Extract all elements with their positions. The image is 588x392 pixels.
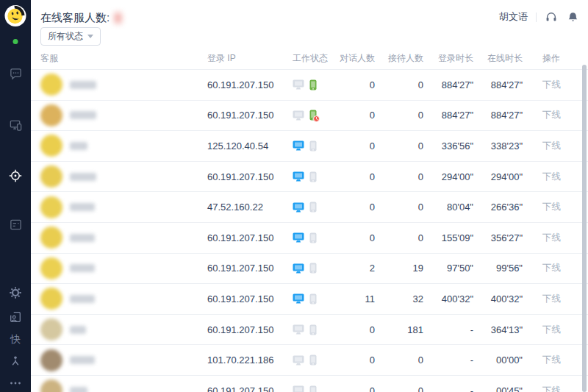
received-count: 0	[378, 79, 426, 90]
col-header-login-duration: 登录时长	[426, 52, 476, 65]
offline-action-link[interactable]: 下线	[542, 171, 561, 182]
agent-name-redacted	[70, 81, 96, 89]
sidebar-item-transfer[interactable]	[8, 354, 23, 368]
mobile-status-icon	[309, 324, 317, 335]
desktop-status-icon	[293, 385, 304, 392]
work-status-cell	[288, 171, 334, 182]
sidebar: 快	[0, 0, 31, 392]
received-count: 0	[378, 140, 426, 152]
login-duration: 336'56"	[426, 140, 476, 152]
topbar: 在线客服人数: 所有状态 胡文语	[31, 0, 588, 47]
table-row: 101.70.221.186	[31, 345, 588, 376]
offline-action-link[interactable]: 下线	[542, 232, 561, 243]
gear-icon	[9, 286, 22, 299]
mobile-status-icon	[309, 293, 317, 304]
avatar	[40, 196, 62, 218]
online-duration: 884'27"	[476, 110, 526, 121]
mobile-status-icon	[309, 354, 317, 366]
sidebar-item-user-frame[interactable]	[8, 310, 23, 324]
dialog-count: 0	[334, 140, 378, 152]
online-count-redacted	[115, 13, 121, 24]
received-count: 0	[378, 232, 426, 243]
received-count: 19	[378, 263, 426, 274]
dialog-count: 0	[334, 202, 378, 213]
sidebar-item-quick-reply[interactable]: 快	[8, 332, 23, 346]
headset-icon	[545, 10, 558, 24]
user-name[interactable]: 胡文语	[499, 10, 528, 24]
col-header-work-status: 工作状态	[288, 52, 334, 65]
offline-action-link[interactable]: 下线	[542, 385, 561, 392]
quick-reply-icon: 快	[10, 334, 21, 344]
agent-name-redacted	[70, 234, 95, 242]
avatar	[40, 165, 62, 188]
offline-action-link[interactable]: 下线	[542, 140, 561, 151]
offline-action-link[interactable]: 下线	[542, 263, 561, 273]
table-row: 47.52.160.22 0	[31, 192, 588, 223]
received-count: 0	[378, 110, 426, 121]
mobile-status-icon	[309, 263, 317, 274]
offline-action-link[interactable]: 下线	[542, 79, 561, 90]
devices-icon	[9, 118, 23, 132]
mobile-status-icon	[309, 79, 317, 90]
app-window: 快 在线客服人数: 所有状态	[0, 0, 588, 392]
app-logo[interactable]	[4, 4, 27, 27]
clock-badge-icon	[313, 115, 320, 122]
dialog-count: 2	[334, 263, 378, 274]
table-row: 125.120.40.54	[31, 131, 588, 162]
offline-action-link[interactable]: 下线	[542, 110, 561, 120]
online-duration: 338'23"	[476, 140, 526, 152]
sidebar-item-more[interactable]	[8, 376, 23, 391]
headset-button[interactable]	[545, 10, 558, 24]
avatar	[40, 104, 62, 126]
avatar	[40, 318, 62, 341]
login-duration: 80'04"	[426, 202, 476, 213]
offline-action-link[interactable]: 下线	[542, 324, 561, 335]
avatar	[40, 74, 62, 96]
login-ip-value: 60.191.207.150	[193, 293, 288, 304]
login-ip-value: 60.191.207.150	[193, 385, 288, 392]
table-row: 60.191.207.150	[31, 315, 588, 346]
offline-action-link[interactable]: 下线	[542, 354, 561, 365]
status-filter-dropdown[interactable]: 所有状态	[40, 27, 101, 46]
sidebar-item-chat[interactable]	[8, 66, 23, 81]
more-dots-icon	[10, 381, 21, 385]
login-duration: 294'00"	[426, 171, 476, 182]
sidebar-item-form[interactable]	[8, 217, 23, 232]
received-count: 0	[378, 171, 426, 182]
avatar	[40, 288, 62, 310]
table-row: 60.191.207.150	[31, 223, 588, 254]
notifications-button[interactable]	[566, 10, 579, 24]
avatar	[40, 257, 62, 279]
agent-name-redacted	[70, 203, 95, 211]
chat-icon	[9, 67, 23, 81]
avatar	[40, 135, 62, 157]
agent-name-redacted	[70, 295, 95, 303]
login-duration: 884'27"	[426, 79, 476, 90]
table-row: 60.191.207.150	[31, 162, 588, 193]
online-duration: 364'13"	[476, 324, 526, 335]
work-status-cell	[288, 202, 334, 213]
login-duration: 884'27"	[426, 110, 476, 121]
login-duration: 400'32"	[426, 293, 476, 304]
desktop-status-icon	[293, 79, 304, 90]
work-status-cell	[288, 324, 334, 335]
sidebar-item-monitor-active[interactable]	[8, 168, 23, 183]
col-header-received: 接待人数	[378, 52, 426, 65]
desktop-status-icon	[293, 355, 304, 366]
login-duration: 155'09"	[426, 232, 476, 243]
desktop-status-icon	[293, 110, 304, 121]
desktop-status-icon	[293, 202, 304, 213]
online-duration: 266'36"	[476, 202, 526, 213]
offline-action-link[interactable]: 下线	[542, 293, 561, 304]
scrollbar[interactable]	[582, 65, 587, 392]
table-row: 60.191.207.150	[31, 284, 588, 315]
work-status-cell	[288, 385, 334, 392]
col-header-actions: 操作	[526, 52, 588, 65]
sidebar-item-settings[interactable]	[8, 285, 23, 300]
login-ip-value: 60.191.207.150	[193, 110, 288, 121]
desktop-status-icon	[293, 263, 304, 274]
login-duration: 97'50"	[426, 263, 476, 274]
offline-action-link[interactable]: 下线	[542, 202, 561, 212]
sidebar-item-devices[interactable]	[8, 118, 23, 132]
agent-name-redacted	[70, 173, 96, 181]
